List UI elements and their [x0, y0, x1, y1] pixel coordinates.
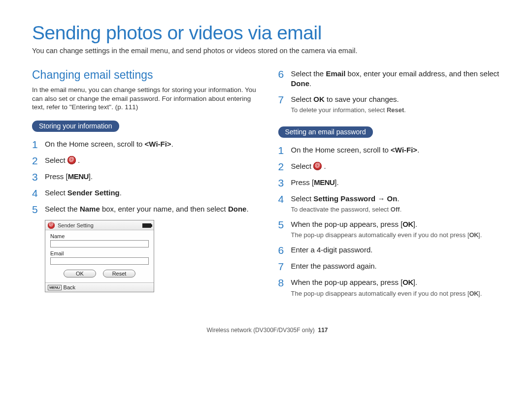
- step-number: 7: [278, 261, 291, 272]
- step-number: 4: [278, 193, 291, 205]
- done-label: Done: [291, 79, 310, 88]
- camera-footer: MENU Back: [45, 282, 154, 292]
- battery-icon: [142, 223, 151, 228]
- on-label: On: [387, 194, 398, 203]
- step-1: 1 On the Home screen, scroll to <Wi-Fi>.: [32, 139, 257, 150]
- step-text: Select: [45, 188, 67, 197]
- section-desc: In the email menu, you can change settin…: [32, 86, 257, 112]
- step-text: Enter the password again.: [291, 261, 503, 271]
- step-sub: To delete your information, select Reset…: [291, 106, 503, 115]
- pill-storing-info: Storing your information: [32, 121, 119, 132]
- step-6: 6 Enter a 4-digit password.: [278, 245, 503, 256]
- step-number: 2: [32, 155, 45, 166]
- ok-button[interactable]: OK: [64, 270, 96, 278]
- step-text: Select: [45, 156, 67, 164]
- reset-label: Reset: [387, 106, 404, 114]
- step-number: 2: [278, 161, 291, 172]
- steps-setting-password: 1 On the Home screen, scroll to <Wi-Fi>.…: [278, 145, 503, 298]
- step-2: 2 Select .: [278, 161, 503, 172]
- step-number: 6: [278, 245, 291, 256]
- step-number: 1: [32, 139, 45, 150]
- menu-button-label: MENU: [68, 172, 89, 181]
- step-3: 3 Press [MENU].: [278, 177, 503, 188]
- step-text: On the Home screen, scroll to: [45, 140, 145, 148]
- menu-button-label: MENU: [314, 178, 334, 186]
- ok-button-label: OK: [469, 231, 479, 239]
- step-5: 5 When the pop-up appears, press [OK]. T…: [278, 219, 503, 240]
- right-column: 6 Select the Email box, enter your email…: [278, 68, 503, 303]
- steps-storing-info-cont: 6 Select the Email box, enter your email…: [278, 68, 503, 115]
- ok-button-label: OK: [402, 278, 413, 286]
- page-number: 117: [318, 327, 328, 334]
- menu-chip: MENU: [48, 285, 62, 290]
- steps-storing-info: 1 On the Home screen, scroll to <Wi-Fi>.…: [32, 139, 257, 215]
- sender-setting-label: Sender Setting: [67, 188, 120, 197]
- ok-button-label: OK: [402, 220, 413, 228]
- pill-setting-password: Setting an email password: [278, 126, 373, 138]
- step-number: 4: [32, 187, 45, 199]
- step-number: 5: [32, 204, 45, 215]
- back-label: Back: [64, 284, 75, 290]
- step-4: 4 Select Setting Password → On. To deact…: [278, 193, 503, 214]
- name-label: Name: [50, 233, 149, 239]
- page-title: Sending photos or videos via email: [32, 22, 502, 44]
- step-number: 5: [278, 219, 291, 230]
- step-2: 2 Select .: [32, 155, 257, 166]
- step-7: 7 Select OK to save your changes. To del…: [278, 94, 503, 115]
- step-1: 1 On the Home screen, scroll to <Wi-Fi>.: [278, 145, 503, 156]
- camera-title: Sender Setting: [58, 222, 139, 228]
- step-sub: The pop-up disappears automatically even…: [291, 231, 503, 240]
- setting-password-label: Setting Password: [313, 194, 375, 203]
- email-app-icon: [313, 162, 322, 170]
- footer-text: Wireless network (DV300F/DV305F only): [206, 327, 314, 334]
- email-input[interactable]: [50, 257, 149, 265]
- step-5: 5 Select the Name box, enter your name, …: [32, 204, 257, 215]
- step-text: Enter a 4-digit password.: [291, 245, 503, 255]
- step-7: 7 Enter the password again.: [278, 261, 503, 272]
- step-4: 4 Select Sender Setting.: [32, 187, 257, 199]
- step-number: 7: [278, 94, 291, 105]
- left-column: Changing email settings In the email men…: [32, 68, 257, 303]
- wifi-label: <Wi-Fi>: [145, 140, 171, 148]
- email-app-icon: [48, 222, 55, 229]
- step-text: Press [: [45, 172, 68, 181]
- step-sub: The pop-up disappears automatically even…: [291, 290, 503, 298]
- off-label: Off: [391, 206, 400, 213]
- step-sub: To deactivate the password, select Off.: [291, 206, 503, 214]
- name-box-label: Name: [80, 205, 100, 213]
- page-footer: Wireless network (DV300F/DV305F only) 11…: [32, 327, 502, 334]
- camera-ui-mock: Sender Setting Name Email OK Reset MENU …: [45, 220, 154, 292]
- step-6: 6 Select the Email box, enter your email…: [278, 68, 503, 89]
- camera-body: Name Email OK Reset: [45, 230, 154, 282]
- email-app-icon: [67, 156, 76, 164]
- page-intro: You can change settings in the email men…: [32, 47, 502, 55]
- wifi-label: <Wi-Fi>: [391, 146, 417, 154]
- email-label: Email: [50, 250, 149, 256]
- step-number: 3: [278, 177, 291, 188]
- step-3: 3 Press [MENU].: [32, 171, 257, 183]
- done-label: Done: [228, 205, 247, 213]
- reset-button[interactable]: Reset: [103, 270, 135, 278]
- ok-label: OK: [313, 95, 325, 103]
- name-input[interactable]: [50, 240, 149, 247]
- step-number: 1: [278, 145, 291, 156]
- camera-header: Sender Setting: [45, 220, 154, 230]
- email-box-label: Email: [326, 69, 345, 78]
- ok-button-label: OK: [469, 290, 479, 297]
- step-8: 8 When the pop-up appears, press [OK]. T…: [278, 277, 503, 298]
- section-heading-changing-email: Changing email settings: [32, 68, 257, 82]
- step-number: 8: [278, 277, 291, 288]
- step-number: 3: [32, 171, 45, 183]
- step-number: 6: [278, 68, 291, 80]
